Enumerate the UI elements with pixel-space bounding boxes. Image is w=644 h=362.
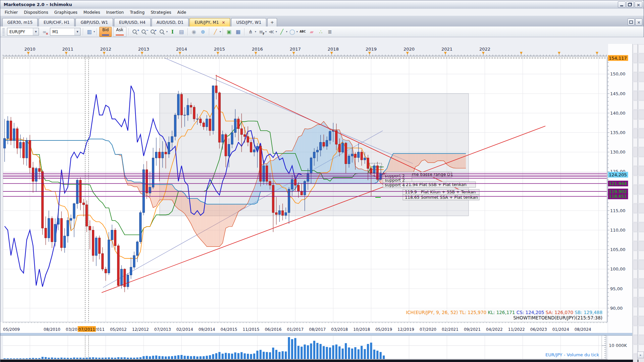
ellipse-dropdown-icon[interactable]: ▾ bbox=[297, 30, 298, 33]
zoom-pointer-button[interactable]: ▸ bbox=[149, 27, 157, 36]
ask-toggle[interactable]: Ask bbox=[113, 27, 126, 37]
eraser-icon: ▰ bbox=[310, 29, 314, 35]
tab-usd-jpy-w1[interactable]: USD/JPY, W1 bbox=[231, 18, 266, 26]
svg-text:12/2019: 12/2019 bbox=[397, 327, 414, 332]
tab-label: GER30, m15 bbox=[7, 18, 33, 26]
measure-vertical-button[interactable]: I bbox=[168, 27, 177, 36]
scrollbar-segment bbox=[633, 288, 638, 297]
menu-item-modeles[interactable]: Modeles bbox=[80, 9, 103, 15]
minimize-button[interactable] bbox=[618, 1, 626, 8]
chevron-down-icon[interactable] bbox=[74, 28, 80, 35]
scrollbar-segment bbox=[633, 223, 638, 232]
text-label-button[interactable]: ABC bbox=[299, 27, 307, 36]
zoom-out-button[interactable]: − bbox=[140, 27, 148, 36]
toolbar-drag-handle[interactable] bbox=[2, 28, 5, 36]
tab-label: EUR/CHF, H1 bbox=[44, 18, 69, 26]
svg-text:2016: 2016 bbox=[252, 47, 263, 52]
pitchfork-dropdown-icon[interactable]: ▾ bbox=[255, 30, 256, 33]
tab-gbp-usd-w1[interactable]: GBP/USD, W1 bbox=[75, 18, 113, 26]
tab-eur-jpy-m1[interactable]: EUR/JPY, M1 bbox=[190, 18, 230, 26]
scrollbar-segment bbox=[638, 185, 644, 194]
strategy-wizard-button[interactable]: ∴ bbox=[317, 27, 325, 36]
chart-menu-button[interactable]: ≣ bbox=[326, 27, 334, 36]
new-tab-button[interactable] bbox=[267, 18, 277, 26]
scrollbar-segment bbox=[633, 101, 638, 110]
svg-text:05/2019: 05/2019 bbox=[375, 327, 392, 332]
toggle-visibility-button[interactable]: ◉ bbox=[190, 27, 198, 36]
add-image-button[interactable]: ▣ bbox=[225, 27, 233, 36]
publish-web-button[interactable]: ⊕ bbox=[199, 27, 207, 36]
zoom-region-dropdown-icon[interactable]: ▾ bbox=[166, 30, 168, 33]
chart-notes-button[interactable]: ▤ bbox=[177, 27, 186, 36]
child-restore-button[interactable] bbox=[628, 18, 635, 25]
snapshot-icon: ▦ bbox=[236, 29, 240, 35]
menu-item-fichier[interactable]: Fichier bbox=[2, 9, 21, 15]
svg-text:01/2017: 01/2017 bbox=[287, 327, 304, 332]
minimize-icon bbox=[620, 5, 623, 6]
svg-text:07/2013: 07/2013 bbox=[154, 327, 171, 332]
menu-item-strategies[interactable]: Strategies bbox=[148, 9, 174, 15]
ruler-dropdown-icon[interactable]: ▾ bbox=[220, 30, 221, 33]
svg-text:2012: 2012 bbox=[100, 47, 111, 52]
window-bottom-edge bbox=[0, 360, 644, 362]
detach-chart-button[interactable]: ∞× bbox=[40, 27, 49, 36]
svg-text:145,00: 145,00 bbox=[610, 91, 626, 96]
fan-lines-icon: ≪ bbox=[269, 29, 274, 35]
fan-lines-dropdown-icon[interactable]: ▾ bbox=[276, 30, 277, 33]
vertical-scrollbar-outer[interactable] bbox=[638, 44, 644, 360]
svg-text:124,205: 124,205 bbox=[609, 172, 627, 177]
pitchfork-button[interactable]: ⋔ bbox=[247, 27, 255, 36]
zoom-region-button[interactable] bbox=[158, 27, 166, 36]
close-button[interactable] bbox=[635, 1, 642, 8]
scrollbar-segment bbox=[638, 241, 644, 250]
bid-toggle[interactable]: Bid bbox=[99, 27, 112, 37]
chart-canvas[interactable]: 2010201120122013201420152016201720182019… bbox=[0, 37, 644, 362]
trend-line-dropdown-icon[interactable]: ▾ bbox=[286, 30, 287, 33]
fibonacci-levels-dropdown-icon[interactable]: ▾ bbox=[265, 30, 267, 33]
fan-lines-button[interactable]: ≪ bbox=[267, 27, 276, 36]
fibonacci-levels-button[interactable]: ≡F bbox=[257, 27, 265, 36]
symbol-select-value: EUR/JPY bbox=[7, 29, 33, 34]
chevron-down-icon[interactable] bbox=[33, 28, 39, 35]
tab-eur-usd-h4[interactable]: EUR/USD, H4 bbox=[114, 18, 151, 26]
scrollbar-segment bbox=[633, 194, 638, 203]
menu-item-graphiques[interactable]: Graphiques bbox=[51, 9, 80, 15]
snapshot-button[interactable]: ▦ bbox=[234, 27, 243, 36]
scrollbar-segment bbox=[633, 166, 638, 175]
tab-ger30-m15[interactable]: GER30, m15 bbox=[2, 18, 38, 26]
chart-type-button[interactable]: ▥ bbox=[85, 27, 94, 36]
trend-line-button[interactable]: ╱ bbox=[278, 27, 286, 36]
svg-text:2018: 2018 bbox=[328, 47, 339, 52]
tab-label: EUR/USD, H4 bbox=[119, 18, 146, 26]
tab-eur-chf-h1[interactable]: EUR/CHF, H1 bbox=[39, 18, 74, 26]
eraser-button[interactable]: ▰ bbox=[308, 27, 316, 36]
menu-item-insertion[interactable]: Insertion bbox=[103, 9, 127, 15]
period-select[interactable]: M1 bbox=[50, 28, 80, 36]
toolbar-separator bbox=[187, 28, 188, 36]
ruler-button[interactable]: ╱ bbox=[211, 27, 220, 36]
ellipse-button[interactable]: ◯ bbox=[288, 27, 297, 36]
symbol-select[interactable]: EUR/JPY bbox=[7, 28, 39, 36]
close-icon bbox=[637, 19, 640, 25]
restore-icon bbox=[629, 20, 633, 24]
scrollbar-segment bbox=[633, 316, 638, 325]
zoom-in-button[interactable]: + bbox=[131, 27, 139, 36]
scrollbar-segment bbox=[638, 260, 644, 269]
scrollbar-segment bbox=[633, 82, 638, 91]
tab-aud-usd-d1[interactable]: AUD/USD, D1 bbox=[152, 18, 189, 26]
svg-text:06/2016: 06/2016 bbox=[265, 327, 281, 332]
svg-text:09/2014: 09/2014 bbox=[199, 327, 215, 332]
chart-type-dropdown-icon[interactable]: ▾ bbox=[94, 30, 95, 33]
scrollbar-segment bbox=[633, 204, 638, 213]
svg-text:130,00: 130,00 bbox=[610, 149, 626, 155]
tab-close-icon[interactable] bbox=[222, 20, 225, 24]
restore-button[interactable] bbox=[626, 1, 634, 8]
vertical-scrollbar-inner[interactable] bbox=[632, 44, 637, 360]
menu-item-dispositions[interactable]: Dispositions bbox=[21, 9, 51, 15]
scroll-right-button[interactable] bbox=[637, 352, 644, 358]
scrollbar-segment bbox=[633, 241, 638, 250]
child-close-button[interactable] bbox=[635, 18, 642, 25]
menu-item-trading[interactable]: Trading bbox=[127, 9, 148, 15]
tab-label: EUR/JPY, M1 bbox=[195, 18, 219, 26]
menu-item-aide[interactable]: Aide bbox=[174, 9, 190, 15]
